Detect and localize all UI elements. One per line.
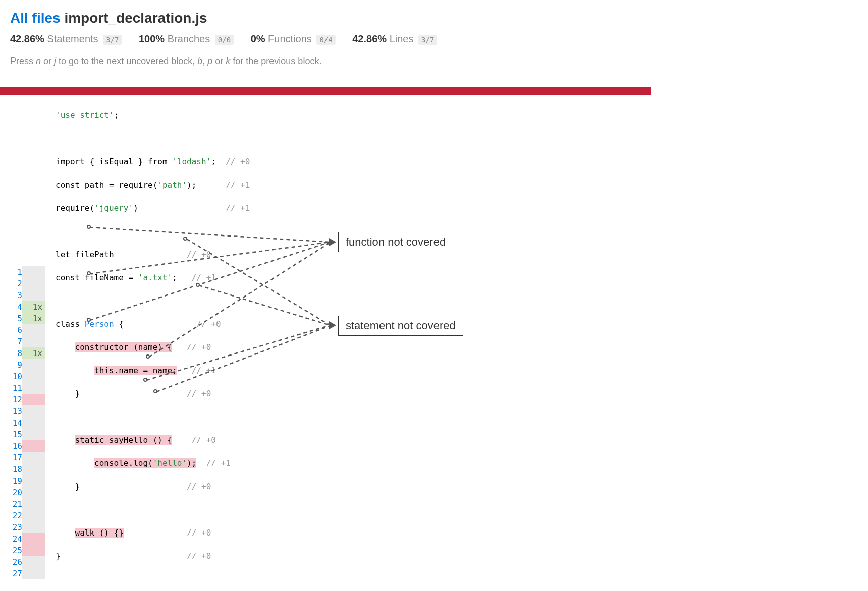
breadcrumb-root-link[interactable]: All files <box>10 10 61 26</box>
code-line: import { isEqual } from 'lodash'; // +0 <box>56 156 250 167</box>
code-line: } // +0 <box>56 550 250 562</box>
code-line <box>56 225 250 237</box>
code-line: walk () {} // +0 <box>56 527 250 539</box>
stat-statements-label: Statements <box>47 33 98 44</box>
stat-statements: 42.86% Statements 3/7 <box>10 33 122 45</box>
code-line: console.log('hello'); // +1 <box>56 457 250 469</box>
code-line: } // +0 <box>56 388 250 399</box>
code-line: require('jquery') // +1 <box>56 202 250 214</box>
stat-functions-label: Functions <box>268 33 312 44</box>
stat-functions: 0% Functions 0/4 <box>251 33 336 45</box>
stat-functions-badge: 0/4 <box>316 35 335 45</box>
stat-statements-badge: 3/7 <box>103 35 122 45</box>
stat-lines: 42.86% Lines 3/7 <box>352 33 437 45</box>
stat-branches-pct: 100% <box>139 33 165 44</box>
breadcrumb: All files import_declaration.js <box>10 10 641 26</box>
code-line <box>56 411 250 423</box>
code-line: } // +0 <box>56 481 250 492</box>
stat-lines-badge: 3/7 <box>418 35 437 45</box>
code-line <box>56 295 250 307</box>
code-line <box>56 573 250 585</box>
stat-lines-pct: 42.86% <box>352 33 387 44</box>
source-column: 'use strict'; import { isEqual } from 'l… <box>45 98 250 591</box>
code-line: const path = require('path'); // +1 <box>56 179 250 191</box>
code-line: let filePath // +0 <box>56 249 250 260</box>
uncovered-fn: static sayHello () { <box>75 435 173 445</box>
code-line: this.name = name; // +1 <box>56 365 250 376</box>
keyboard-hint: Press n or j to go to the next uncovered… <box>10 56 641 67</box>
code-line: class Person { // +0 <box>56 318 250 330</box>
breadcrumb-filename: import_declaration.js <box>64 10 207 26</box>
coverage-stats: 42.86% Statements 3/7 100% Branches 0/0 … <box>10 33 641 45</box>
coverage-divider-bar <box>0 87 651 95</box>
uncovered-stmt: console.log('hello'); <box>94 458 196 468</box>
code-line <box>56 133 250 144</box>
code-line: constructor (name) { // +0 <box>56 341 250 353</box>
coverage-report-root: All files import_declaration.js 42.86% S… <box>0 0 651 439</box>
stat-statements-pct: 42.86% <box>10 33 44 44</box>
stat-branches-label: Branches <box>168 33 210 44</box>
stat-branches: 100% Branches 0/0 <box>139 33 234 45</box>
code-line: static sayHello () { // +0 <box>56 434 250 446</box>
line-number-gutter: 1 2 3 4 5 6 7 8 9 10 11 12 13 14 15 16 1… <box>9 98 22 591</box>
stat-lines-label: Lines <box>390 33 414 44</box>
stat-branches-badge: 0/0 <box>215 35 234 45</box>
code-line <box>56 504 250 515</box>
code-line: 'use strict'; <box>56 109 250 121</box>
stat-functions-pct: 0% <box>251 33 265 44</box>
code-line: const fileName = 'a.txt'; // +1 <box>56 272 250 283</box>
header: All files import_declaration.js 42.86% S… <box>0 0 651 67</box>
code-body: 1 2 3 4 5 6 7 8 9 10 11 12 13 14 15 16 1… <box>0 95 651 591</box>
hit-count-gutter: 1x1x1x <box>22 98 45 591</box>
